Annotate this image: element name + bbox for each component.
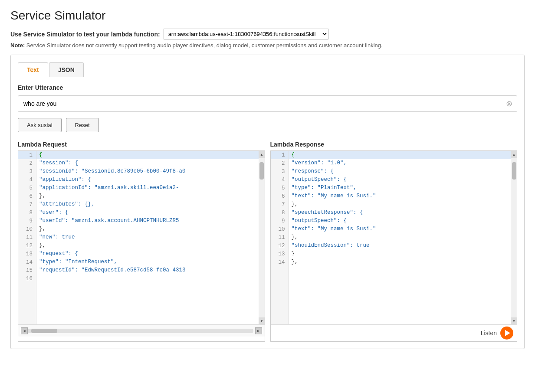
lambda-function-select[interactable]: arn:aws:lambda:us-east-1:183007694356:fu…	[164, 29, 328, 39]
tab-text[interactable]: Text	[18, 62, 48, 77]
note-text: Service Simulator does not currently sup…	[26, 42, 383, 49]
code-area-response: 1234567891011121314 { "version": "1.0", …	[271, 151, 517, 324]
note-prefix: Note:	[10, 42, 25, 49]
page-title: Service Simulator	[10, 9, 525, 23]
lambda-response-code: 1234567891011121314 { "version": "1.0", …	[270, 150, 518, 342]
scroll-right-request[interactable]: ►	[255, 327, 262, 334]
note-row: Note: Service Simulator does not current…	[10, 42, 525, 49]
listen-button[interactable]	[500, 327, 513, 340]
line-numbers-request: 12345678910111213141516	[18, 151, 36, 324]
play-icon	[505, 330, 510, 336]
scroll-up-request[interactable]: ▲	[259, 151, 265, 158]
scroll-left-request[interactable]: ◄	[21, 327, 28, 334]
code-bottom-request: ◄ ►	[18, 324, 265, 336]
listen-bar: Listen	[271, 324, 517, 341]
listen-label: Listen	[481, 330, 497, 336]
v-scrollbar-request[interactable]: ▲ ▼	[259, 151, 265, 324]
main-panel: Text JSON Enter Utterance ⊗ Ask susiai R…	[10, 55, 525, 349]
lambda-response-panel: Lambda Response 1234567891011121314 { "v…	[270, 141, 518, 342]
scroll-thumb-request	[259, 162, 264, 180]
selector-label: Use Service Simulator to test your lambd…	[10, 31, 160, 38]
scroll-track-response	[511, 158, 517, 317]
ask-button[interactable]: Ask susiai	[18, 118, 62, 132]
scroll-down-response[interactable]: ▼	[511, 317, 517, 324]
lambda-request-panel: Lambda Request 12345678910111213141516 {…	[18, 141, 265, 342]
panels-row: Lambda Request 12345678910111213141516 {…	[18, 141, 517, 342]
code-area-request: 12345678910111213141516 { "session": { "…	[18, 151, 265, 324]
lambda-request-code: 12345678910111213141516 { "session": { "…	[18, 150, 265, 342]
scroll-up-response[interactable]: ▲	[511, 151, 517, 158]
tab-json[interactable]: JSON	[49, 62, 84, 77]
v-scrollbar-response[interactable]: ▲ ▼	[511, 151, 517, 324]
utterance-input-row: ⊗	[18, 95, 517, 112]
utterance-label: Enter Utterance	[18, 84, 517, 91]
utterance-input[interactable]	[18, 96, 502, 111]
h-scroll-thumb-request	[31, 329, 57, 333]
h-scroll-track-request	[28, 329, 253, 333]
clear-icon[interactable]: ⊗	[502, 96, 517, 111]
scroll-thumb-response	[512, 162, 516, 180]
scroll-down-request[interactable]: ▼	[259, 317, 265, 324]
scroll-track-request	[259, 158, 265, 317]
button-row: Ask susiai Reset	[18, 118, 517, 132]
code-content-response[interactable]: { "version": "1.0", "response": { "outpu…	[289, 151, 511, 324]
tab-bar: Text JSON	[18, 62, 517, 77]
code-content-request[interactable]: { "session": { "sessionId": "SessionId.8…	[36, 151, 259, 324]
line-numbers-response: 1234567891011121314	[271, 151, 289, 324]
lambda-request-title: Lambda Request	[18, 141, 265, 148]
reset-button[interactable]: Reset	[66, 118, 99, 132]
lambda-response-title: Lambda Response	[270, 141, 518, 148]
